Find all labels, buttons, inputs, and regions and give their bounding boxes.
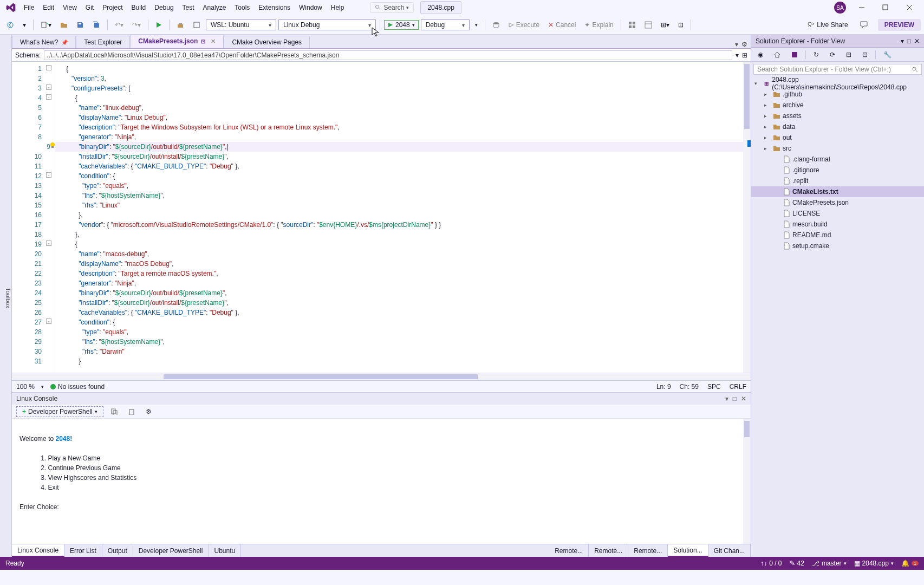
explorer-search[interactable]: Search Solution Explorer - Folder View (… xyxy=(753,64,922,75)
file-tree[interactable]: ▾⊞2048.cpp (C:\Users\sinemakinci\Source\… xyxy=(751,77,924,557)
redo-icon[interactable]: ↷▾ xyxy=(129,20,144,30)
btab-ubuntu[interactable]: Ubuntu xyxy=(209,544,242,557)
btab-remote3[interactable]: Remote... xyxy=(628,544,668,557)
build-icon[interactable] xyxy=(173,20,187,30)
close-icon[interactable]: ✕ xyxy=(211,38,216,45)
title-tab[interactable]: 2048.cpp xyxy=(420,1,461,14)
tab-gear-icon[interactable]: ⚙ xyxy=(741,41,747,48)
debug-dropdown[interactable]: Debug xyxy=(421,20,470,30)
menu-edit[interactable]: Edit xyxy=(38,2,58,14)
show-all-icon[interactable]: ⊡ xyxy=(859,49,871,60)
menu-view[interactable]: View xyxy=(58,2,81,14)
toolbar-overflow-icon[interactable]: ▾ xyxy=(472,21,481,29)
space-indicator[interactable]: SPC xyxy=(707,383,721,391)
btab-devps[interactable]: Developer PowerShell xyxy=(133,544,209,557)
menu-help[interactable]: Help xyxy=(327,2,349,14)
tab-whatsnew[interactable]: What's New?📌 xyxy=(12,36,76,48)
open-icon[interactable] xyxy=(57,20,71,30)
close-button[interactable] xyxy=(901,0,918,15)
run-target-button[interactable]: 2048 ▾ xyxy=(384,20,419,30)
menu-file[interactable]: File xyxy=(19,2,38,14)
console-dropdown-icon[interactable]: ▾ xyxy=(725,395,728,402)
col-indicator[interactable]: Ch: 59 xyxy=(680,383,699,391)
menu-tools[interactable]: Tools xyxy=(230,2,254,14)
collapse-icon[interactable]: ⊟ xyxy=(843,49,855,60)
misc-icon[interactable]: ⊡ xyxy=(675,20,687,30)
explorer-pin-icon[interactable]: □ xyxy=(907,37,911,45)
btab-remote2[interactable]: Remote... xyxy=(589,544,628,557)
menu-debug[interactable]: Debug xyxy=(150,2,178,14)
avatar[interactable]: SA xyxy=(834,2,846,14)
preview-badge[interactable]: PREVIEW xyxy=(878,19,921,31)
menu-analyze[interactable]: Analyze xyxy=(199,2,231,14)
changes-count[interactable]: ✎42 xyxy=(790,560,804,567)
home-icon[interactable] xyxy=(771,50,784,60)
forward-nav-icon[interactable]: ▾ xyxy=(19,20,29,30)
btab-errorlist[interactable]: Error List xyxy=(64,544,102,557)
console-scrollbar[interactable] xyxy=(743,419,751,544)
horizontal-scrollbar[interactable] xyxy=(12,373,751,380)
start-icon[interactable] xyxy=(152,20,165,30)
maximize-button[interactable] xyxy=(877,0,894,15)
feedback-icon[interactable] xyxy=(856,19,871,31)
config-icon[interactable] xyxy=(190,20,204,30)
sync-icon[interactable]: ↻ xyxy=(810,49,822,60)
settings-icon[interactable]: ⚙ xyxy=(142,406,155,417)
toggle-icon[interactable]: ⊞▾ xyxy=(658,20,673,30)
switch-view-icon[interactable] xyxy=(788,50,801,60)
btab-output[interactable]: Output xyxy=(102,544,133,557)
db-icon[interactable] xyxy=(489,20,503,30)
repo-indicator[interactable]: ▦2048.cpp▾ xyxy=(854,560,894,567)
cancel-button[interactable]: ✕Cancel xyxy=(545,20,579,30)
console-close-icon[interactable]: ✕ xyxy=(741,395,746,402)
shell-selector[interactable]: + Developer PowerShell ▾ xyxy=(16,406,103,417)
toolbox-strip[interactable]: Toolbox xyxy=(0,35,12,557)
branch-indicator[interactable]: ⎇master▾ xyxy=(812,560,847,567)
schema-path[interactable]: ..\..\..\AppData\Local\Microsoft\VisualS… xyxy=(44,50,732,60)
menu-test[interactable]: Test xyxy=(178,2,199,14)
platform-dropdown[interactable]: WSL: Ubuntu xyxy=(206,20,276,30)
btab-gitchanges[interactable]: Git Chan... xyxy=(708,544,751,557)
zoom-level[interactable]: 100 % xyxy=(16,383,35,391)
console-pin-icon[interactable]: □ xyxy=(733,395,737,402)
tab-cmakeoverview[interactable]: CMake Overview Pages xyxy=(224,36,310,48)
schema-dropdown-icon[interactable]: ▾ xyxy=(736,51,739,59)
minimize-button[interactable] xyxy=(854,0,870,15)
menu-project[interactable]: Project xyxy=(98,2,127,14)
back-nav-icon[interactable] xyxy=(3,20,17,30)
notifications[interactable]: 🔔1 xyxy=(901,560,919,567)
config-dropdown[interactable]: Linux Debug xyxy=(278,20,376,30)
refresh-icon[interactable]: ⟳ xyxy=(827,49,838,60)
menu-window[interactable]: Window xyxy=(295,2,327,14)
sync-status[interactable]: ↑↓0 / 0 xyxy=(760,560,782,567)
undo-icon[interactable]: ↶▾ xyxy=(112,20,127,30)
console-output[interactable]: Welcome to 2048! 1. Play a New Game 2. C… xyxy=(12,419,751,544)
explorer-dropdown-icon[interactable]: ▾ xyxy=(901,37,904,45)
menu-git[interactable]: Git xyxy=(81,2,98,14)
layout-icon[interactable] xyxy=(641,20,655,30)
copy-icon[interactable] xyxy=(108,407,121,417)
liveshare-button[interactable]: Live Share xyxy=(801,18,854,31)
code-editor[interactable]: 1-23-4-56789101112-13141516171819-202122… xyxy=(12,62,751,373)
tab-testexplorer[interactable]: Test Explorer xyxy=(76,36,130,48)
code-content[interactable]: { "version": 3, "configurePresets": [ { … xyxy=(55,62,751,373)
btab-linuxconsole[interactable]: Linux Console xyxy=(12,544,64,557)
menu-extensions[interactable]: Extensions xyxy=(254,2,295,14)
back-icon[interactable]: ◉ xyxy=(754,49,766,60)
btab-remote1[interactable]: Remote... xyxy=(549,544,589,557)
properties-icon[interactable]: 🔧 xyxy=(880,49,895,60)
line-indicator[interactable]: Ln: 9 xyxy=(656,383,671,391)
explain-button[interactable]: ✦Explain xyxy=(581,20,616,30)
menu-build[interactable]: Build xyxy=(127,2,151,14)
save-icon[interactable] xyxy=(73,20,87,30)
tab-dropdown-icon[interactable]: ▾ xyxy=(735,41,738,48)
vertical-scrollbar[interactable] xyxy=(743,62,751,373)
tab-cmakepresets[interactable]: CMakePresets.json⊡✕ xyxy=(130,35,224,48)
explorer-close-icon[interactable]: ✕ xyxy=(914,37,920,45)
btab-solution[interactable]: Solution... xyxy=(668,544,708,557)
grid-icon[interactable] xyxy=(625,20,639,30)
eol-indicator[interactable]: CRLF xyxy=(730,383,746,391)
schema-split-icon[interactable]: ⊞ xyxy=(742,51,747,59)
execute-button[interactable]: Execute xyxy=(505,20,543,30)
search-box[interactable]: Search ▾ xyxy=(370,2,414,13)
